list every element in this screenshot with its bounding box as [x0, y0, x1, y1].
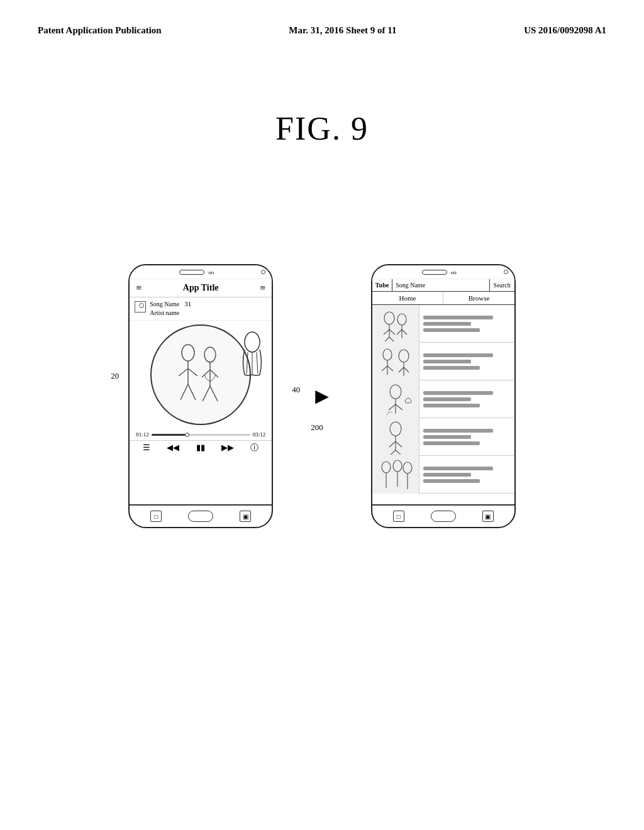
status-pill-left [179, 270, 204, 275]
svg-point-34 [390, 385, 401, 399]
video-row-2[interactable] [372, 343, 514, 380]
svg-line-20 [385, 337, 389, 341]
video-row-3[interactable]: :/ᐟᐠ [372, 380, 514, 418]
svg-point-6 [204, 347, 216, 362]
video-line-1a [423, 316, 493, 319]
status-dot-right [504, 270, 508, 274]
back-button-right[interactable]: □ [393, 511, 404, 522]
home-button-right[interactable] [431, 511, 456, 522]
svg-point-49 [403, 462, 412, 473]
search-input[interactable]: Song Name [392, 279, 489, 291]
label-31: 31 [184, 300, 191, 307]
patent-header: Patent Application Publication Mar. 31, … [38, 25, 606, 36]
app-bar: ≡ App Title ≡ [130, 279, 272, 297]
search-bar: Tube Song Name Search [372, 279, 514, 292]
svg-line-28 [382, 366, 387, 371]
search-button[interactable]: Search [489, 279, 514, 291]
playlist-icon[interactable]: ☰ [143, 443, 150, 451]
time-end: 03:12 [253, 431, 266, 438]
svg-point-30 [399, 350, 409, 362]
svg-point-16 [384, 312, 394, 324]
svg-line-11 [210, 386, 218, 401]
back-button-left[interactable]: □ [150, 511, 162, 522]
svg-line-4 [180, 384, 188, 400]
video-line-5c [423, 479, 480, 483]
status-bar-left: oo [130, 265, 272, 279]
video-row-5[interactable] [372, 456, 514, 494]
status-bar-right: oo [372, 265, 514, 279]
svg-line-18 [384, 329, 389, 335]
right-phone: oo Tube Song Name Search Home Browse [371, 264, 516, 528]
video-line-1b [423, 322, 471, 326]
left-phone-bottom: □ ▣ [130, 504, 272, 527]
song-info-row: Song Name Artist name 31 [130, 297, 272, 321]
svg-line-36 [389, 404, 396, 410]
song-info-text: Song Name Artist name [150, 300, 179, 318]
video-line-2c [423, 366, 480, 370]
tube-label: Tube [372, 279, 392, 291]
video-list: :/ᐟᐠ [372, 305, 514, 494]
video-line-4b [423, 435, 471, 439]
svg-line-29 [387, 366, 393, 371]
video-line-3c [423, 404, 480, 407]
song-icon [135, 301, 146, 313]
left-phone: oo ≡ App Title ≡ Song Name Artist name [128, 264, 273, 528]
info-icon[interactable]: ⓘ [250, 443, 258, 451]
svg-line-24 [397, 329, 402, 335]
recent-button-right[interactable]: ▣ [482, 511, 494, 522]
video-line-2b [423, 360, 471, 363]
video-thumb-4 [372, 418, 419, 456]
svg-line-3 [188, 368, 197, 376]
patent-header-left: Patent Application Publication [38, 25, 162, 36]
svg-line-32 [399, 367, 404, 372]
label-200: 200 [311, 423, 323, 433]
video-info-3 [419, 380, 514, 418]
video-info-5 [419, 456, 514, 493]
video-row-1[interactable] [372, 305, 514, 343]
home-button-left[interactable] [188, 511, 213, 522]
video-row-4[interactable] [372, 418, 514, 456]
arrow-container: 40 ► 200 [311, 385, 333, 407]
svg-line-2 [179, 368, 188, 376]
svg-line-33 [404, 367, 409, 372]
video-line-3a [423, 391, 493, 395]
diagram-area: 20 oo ≡ App Title ≡ [38, 170, 606, 622]
song-name: Song Name [150, 300, 179, 309]
video-line-5a [423, 467, 493, 470]
pause-icon[interactable]: ▮▮ [196, 443, 205, 451]
rewind-icon[interactable]: ◀◀ [167, 443, 179, 451]
svg-line-9 [210, 370, 218, 377]
right-phone-bottom: □ ▣ [372, 504, 514, 527]
label-20: 20 [111, 371, 119, 381]
video-thumb-3: :/ᐟᐠ [372, 380, 419, 418]
svg-point-22 [397, 314, 406, 325]
video-line-3b [423, 397, 471, 401]
album-area [150, 324, 251, 425]
svg-line-43 [391, 450, 396, 455]
progress-area: 01:12 03:12 [130, 429, 272, 440]
svg-point-12 [245, 332, 260, 352]
svg-line-44 [396, 450, 401, 455]
svg-line-37 [396, 404, 402, 410]
video-line-2a [423, 353, 493, 357]
label-40: 40 [292, 385, 300, 395]
left-phone-wrapper: 20 oo ≡ App Title ≡ [128, 264, 273, 528]
svg-line-10 [203, 386, 210, 401]
video-info-4 [419, 418, 514, 455]
recent-button-left[interactable]: ▣ [240, 511, 251, 522]
status-pill-right [422, 270, 447, 275]
forward-icon[interactable]: ▶▶ [221, 443, 234, 451]
menu-icon[interactable]: ≡ [136, 283, 142, 293]
hamburger-icon[interactable]: ≡ [260, 283, 265, 293]
svg-line-15 [257, 352, 258, 374]
status-dot-left [261, 270, 265, 274]
progress-track[interactable] [152, 434, 250, 436]
tab-home[interactable]: Home [372, 292, 444, 304]
right-phone-screen: Tube Song Name Search Home Browse [372, 279, 514, 504]
svg-point-45 [382, 462, 391, 473]
progress-fill [152, 434, 186, 436]
controls-area: ☰ ◀◀ ▮▮ ▶▶ ⓘ [130, 440, 272, 454]
svg-point-47 [393, 460, 402, 472]
tab-browse[interactable]: Browse [443, 292, 514, 304]
video-thumb-1 [372, 305, 419, 343]
